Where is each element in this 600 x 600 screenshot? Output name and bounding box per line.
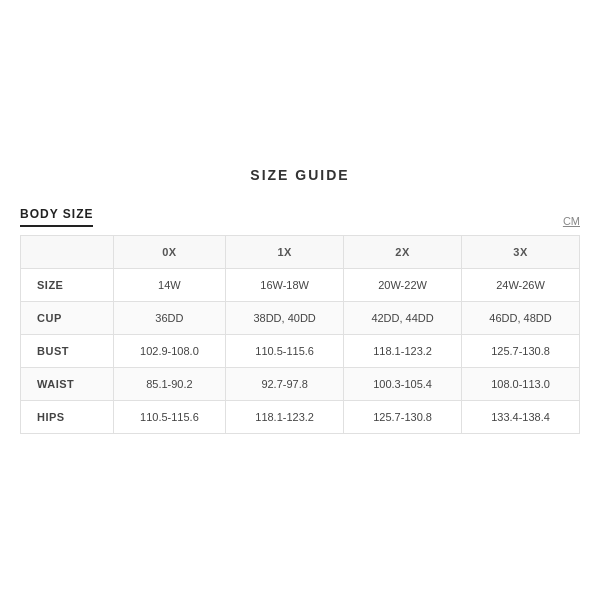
table-row: WAIST85.1-90.292.7-97.8100.3-105.4108.0-… (21, 367, 580, 400)
table-row: SIZE14W16W-18W20W-22W24W-26W (21, 268, 580, 301)
table-body: SIZE14W16W-18W20W-22W24W-26WCUP36DD38DD,… (21, 268, 580, 433)
header-3x: 3X (462, 235, 580, 268)
table-row: HIPS110.5-115.6118.1-123.2125.7-130.8133… (21, 400, 580, 433)
header-empty (21, 235, 114, 268)
page-title: SIZE GUIDE (20, 167, 580, 183)
cell-waist-2: 100.3-105.4 (344, 367, 462, 400)
cell-bust-2: 118.1-123.2 (344, 334, 462, 367)
page-container: SIZE GUIDE BODY SIZE CM 0X 1X 2X 3X SIZE… (20, 147, 580, 454)
cell-hips-3: 133.4-138.4 (462, 400, 580, 433)
cell-hips-0: 110.5-115.6 (113, 400, 226, 433)
cell-waist-1: 92.7-97.8 (226, 367, 344, 400)
cell-waist-0: 85.1-90.2 (113, 367, 226, 400)
header-2x: 2X (344, 235, 462, 268)
cell-size-0: 14W (113, 268, 226, 301)
cell-bust-0: 102.9-108.0 (113, 334, 226, 367)
cell-bust-3: 125.7-130.8 (462, 334, 580, 367)
cell-size-3: 24W-26W (462, 268, 580, 301)
cell-cup-3: 46DD, 48DD (462, 301, 580, 334)
cell-size-2: 20W-22W (344, 268, 462, 301)
cell-cup-1: 38DD, 40DD (226, 301, 344, 334)
row-label-size: SIZE (21, 268, 114, 301)
unit-toggle[interactable]: CM (563, 215, 580, 227)
cell-bust-1: 110.5-115.6 (226, 334, 344, 367)
row-label-bust: BUST (21, 334, 114, 367)
header-1x: 1X (226, 235, 344, 268)
body-size-label: BODY SIZE (20, 207, 93, 227)
table-row: CUP36DD38DD, 40DD42DD, 44DD46DD, 48DD (21, 301, 580, 334)
cell-hips-2: 125.7-130.8 (344, 400, 462, 433)
cell-cup-0: 36DD (113, 301, 226, 334)
table-row: BUST102.9-108.0110.5-115.6118.1-123.2125… (21, 334, 580, 367)
cell-cup-2: 42DD, 44DD (344, 301, 462, 334)
row-label-hips: HIPS (21, 400, 114, 433)
header-0x: 0X (113, 235, 226, 268)
cell-hips-1: 118.1-123.2 (226, 400, 344, 433)
header-row: 0X 1X 2X 3X (21, 235, 580, 268)
cell-size-1: 16W-18W (226, 268, 344, 301)
row-label-waist: WAIST (21, 367, 114, 400)
section-header: BODY SIZE CM (20, 207, 580, 227)
size-guide-table: 0X 1X 2X 3X SIZE14W16W-18W20W-22W24W-26W… (20, 235, 580, 434)
row-label-cup: CUP (21, 301, 114, 334)
cell-waist-3: 108.0-113.0 (462, 367, 580, 400)
table-header: 0X 1X 2X 3X (21, 235, 580, 268)
